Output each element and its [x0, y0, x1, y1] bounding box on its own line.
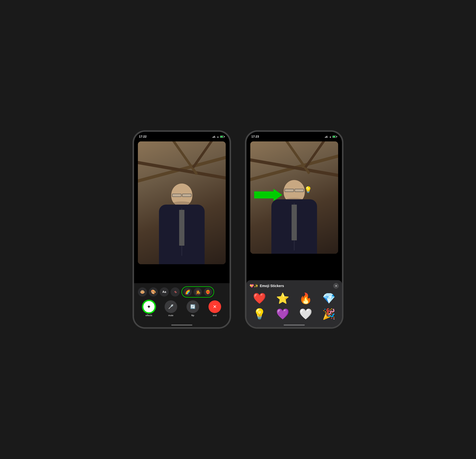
emoji-panel-icon: 💝✨ [250, 284, 258, 288]
wifi-icon-1: ▲ [217, 135, 219, 138]
controls-area-1: 🐵 🎨 Aa ∿ 🌈 🧑‍🎤 ❤️‍🔥 ✦ [134, 283, 230, 327]
emoji-grid: ❤️ ⭐ 🔥 💎 💡 💜 🤍 🎉 [250, 292, 339, 320]
lightbulb-sticker: 💡 [304, 186, 312, 194]
effect-rainbow[interactable]: 🌈 [183, 288, 192, 296]
volume-down-button[interactable] [133, 182, 134, 192]
time-1: 17:22 [139, 135, 146, 139]
emoji-panel-close-button[interactable]: ✕ [333, 283, 339, 289]
notch [168, 132, 196, 137]
emoji-lightbulb[interactable]: 💡 [250, 308, 270, 320]
emoji-panel-title: 💝✨ Emoji Stickers [250, 284, 284, 288]
flip-icon: 🔄 [190, 304, 196, 309]
effect-squiggle[interactable]: ∿ [170, 287, 180, 296]
phone-1: 17:22 ▲ [133, 130, 231, 329]
effects-icon: ✦ [147, 304, 151, 310]
signal-icon-2 [325, 136, 328, 138]
effects-highlight-group: 🌈 🧑‍🎤 ❤️‍🔥 [181, 286, 214, 298]
end-icon: ✕ [213, 304, 217, 310]
status-icons-2: ▲ [325, 135, 337, 138]
effects-circle[interactable]: ✦ [143, 300, 155, 313]
body-1 [159, 205, 205, 264]
effects-button[interactable]: ✦ effects [143, 300, 155, 317]
person-2 [264, 170, 324, 254]
phone-2: 17:23 ▲ [245, 130, 343, 329]
notch-2 [280, 132, 308, 137]
emoji-fire[interactable]: 🔥 [296, 292, 316, 305]
end-button[interactable]: ✕ end [208, 300, 221, 317]
effects-row: 🐵 🎨 Aa ∿ 🌈 🧑‍🎤 ❤️‍🔥 [138, 286, 226, 298]
phone2-volume-down[interactable] [245, 182, 246, 192]
phone-1-screen: 17:22 ▲ [134, 132, 230, 327]
emoji-panel: 💝✨ Emoji Stickers ✕ ❤️ ⭐ 🔥 💎 💡 💜 🤍 🎉 [246, 280, 342, 327]
flip-circle[interactable]: 🔄 [187, 300, 199, 313]
emoji-purple-heart[interactable]: 💜 [273, 308, 293, 320]
phones-container: 17:22 ▲ [133, 130, 343, 329]
mute-button[interactable]: 🎤 mute [165, 300, 177, 317]
flip-button[interactable]: 🔄 flip [187, 300, 199, 317]
flip-label: flip [191, 314, 194, 317]
phone2-volume-up[interactable] [245, 167, 246, 177]
arrow-svg [254, 189, 282, 201]
close-icon: ✕ [335, 284, 337, 287]
emoji-heart[interactable]: ❤️ [250, 292, 270, 305]
end-circle[interactable]: ✕ [208, 300, 221, 313]
signal-icon-1 [212, 136, 216, 138]
video-feed-2: 💡 [250, 141, 338, 254]
end-label: end [213, 314, 217, 317]
emoji-panel-header: 💝✨ Emoji Stickers ✕ [250, 283, 339, 289]
time-2: 17:23 [251, 135, 259, 139]
effect-hearts[interactable]: ❤️‍🔥 [204, 288, 212, 296]
status-icons-1: ▲ [212, 135, 225, 138]
wifi-icon-2: ▲ [329, 135, 332, 138]
person-1 [152, 180, 212, 264]
emoji-white-circle[interactable]: 🤍 [296, 308, 316, 320]
home-indicator-1 [171, 325, 192, 326]
phone-2-screen: 17:23 ▲ [246, 132, 342, 327]
power-button[interactable] [230, 170, 231, 184]
green-arrow [254, 189, 282, 201]
mute-label: mute [168, 314, 173, 317]
emoji-party-popper[interactable]: 🎉 [319, 308, 339, 320]
head-1 [171, 184, 192, 206]
effect-color[interactable]: 🎨 [149, 287, 158, 296]
action-row: ✦ effects 🎤 mute 🔄 [138, 300, 226, 317]
battery-icon-1 [220, 136, 225, 138]
effect-text[interactable]: Aa [160, 287, 169, 296]
effect-avatar[interactable]: 🧑‍🎤 [194, 288, 202, 296]
video-feed-1 [138, 141, 226, 264]
emoji-diamond[interactable]: 💎 [319, 292, 339, 305]
volume-up-button[interactable] [133, 167, 134, 177]
effect-monkey[interactable]: 🐵 [138, 287, 147, 296]
battery-icon-2 [332, 136, 337, 138]
home-indicator-2 [284, 325, 305, 326]
effects-label: effects [145, 314, 152, 317]
emoji-panel-title-text: Emoji Stickers [260, 284, 284, 288]
body-2 [271, 199, 317, 254]
svg-marker-0 [254, 189, 282, 201]
emoji-star[interactable]: ⭐ [273, 292, 293, 305]
mute-circle[interactable]: 🎤 [165, 300, 177, 313]
phone2-power[interactable] [342, 170, 343, 184]
